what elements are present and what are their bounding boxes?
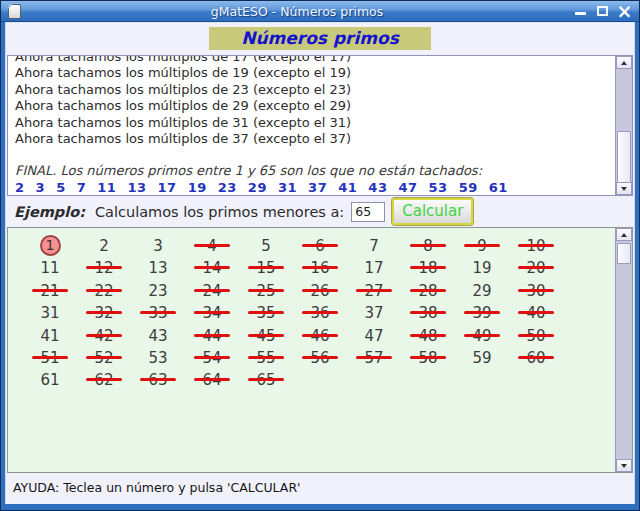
grid-number-12: 12	[77, 257, 131, 279]
grid-number-41: 41	[23, 325, 77, 347]
log-line: Ahora tachamos los múltiplos de 23 (exce…	[15, 82, 606, 98]
window-document-icon	[8, 4, 21, 19]
grid-row: 31323334353637383940	[23, 302, 632, 324]
grid-number-62: 62	[77, 369, 131, 391]
grid-number-43: 43	[131, 325, 185, 347]
arrow-down-icon	[621, 464, 627, 468]
grid-number-15: 15	[239, 257, 293, 279]
log-line: Ahora tachamos los múltiplos de 31 (exce…	[15, 115, 606, 131]
grid-number-64: 64	[185, 369, 239, 391]
grid-number-26: 26	[293, 280, 347, 302]
grid-number-57: 57	[347, 347, 401, 369]
limit-input[interactable]	[351, 202, 385, 222]
grid-number-47: 47	[347, 325, 401, 347]
number-grid-panel: 1234567891011121314151617181920212223242…	[7, 227, 633, 473]
scrollbar-thumb[interactable]	[617, 243, 631, 264]
grid-number-40: 40	[509, 302, 563, 324]
window-title: gMatESO - Números primos	[21, 4, 573, 19]
grid-number-16: 16	[293, 257, 347, 279]
grid-number-33: 33	[131, 302, 185, 324]
log-scrollbar[interactable]	[615, 56, 632, 195]
app-window: gMatESO - Números primos × Números primo…	[0, 0, 640, 511]
grid-number-30: 30	[509, 280, 563, 302]
grid-number-37: 37	[347, 302, 401, 324]
grid-scrollbar[interactable]	[615, 228, 632, 472]
grid-row: 21222324252627282930	[23, 280, 632, 302]
grid-number-6: 6	[293, 235, 347, 257]
grid-number-22: 22	[77, 280, 131, 302]
scroll-up-button[interactable]	[616, 228, 632, 241]
log-textarea[interactable]: Ahora tachamos los múltiplos de 17 (exce…	[7, 55, 633, 196]
grid-number-32: 32	[77, 302, 131, 324]
grid-number-23: 23	[131, 280, 185, 302]
page-title: Números primos	[209, 27, 431, 50]
grid-number-60: 60	[509, 347, 563, 369]
grid-number-1: 1	[23, 235, 77, 257]
maximize-button[interactable]	[595, 4, 610, 19]
grid-number-2: 2	[77, 235, 131, 257]
grid-number-59: 59	[455, 347, 509, 369]
grid-number-17: 17	[347, 257, 401, 279]
grid-number-14: 14	[185, 257, 239, 279]
grid-number-25: 25	[239, 280, 293, 302]
grid-number-13: 13	[131, 257, 185, 279]
log-line: Ahora tachamos los múltiplos de 19 (exce…	[15, 65, 606, 81]
grid-number-65: 65	[239, 369, 293, 391]
grid-number-46: 46	[293, 325, 347, 347]
grid-number-53: 53	[131, 347, 185, 369]
grid-number-21: 21	[23, 280, 77, 302]
close-button[interactable]: ×	[617, 4, 632, 19]
grid-number-19: 19	[455, 257, 509, 279]
grid-number-8: 8	[401, 235, 455, 257]
log-text: Ahora tachamos los múltiplos de 17 (exce…	[8, 55, 632, 196]
grid-row: 41424344454647484950	[23, 325, 632, 347]
log-line: Ahora tachamos los múltiplos de 37 (exce…	[15, 131, 606, 147]
grid-number-55: 55	[239, 347, 293, 369]
arrow-down-icon	[621, 187, 627, 191]
number-grid-cells: 1234567891011121314151617181920212223242…	[8, 228, 632, 392]
example-row: Ejemplo: Calculamos los primos menores a…	[5, 196, 635, 227]
scroll-down-button[interactable]	[616, 459, 632, 472]
minimize-icon	[575, 12, 586, 15]
log-primes-result: 2 3 5 7 11 13 17 19 23 29 31 37 41 43 47…	[15, 180, 606, 196]
grid-number-58: 58	[401, 347, 455, 369]
example-label: Ejemplo:	[14, 204, 85, 220]
grid-number-31: 31	[23, 302, 77, 324]
grid-number-18: 18	[401, 257, 455, 279]
calcular-button[interactable]: Calcular	[392, 198, 473, 225]
grid-row: 12345678910	[23, 235, 632, 257]
grid-number-29: 29	[455, 280, 509, 302]
close-icon: ×	[617, 4, 633, 18]
grid-number-54: 54	[185, 347, 239, 369]
grid-number-3: 3	[131, 235, 185, 257]
grid-number-56: 56	[293, 347, 347, 369]
grid-number-63: 63	[131, 369, 185, 391]
titlebar[interactable]: gMatESO - Números primos ×	[1, 1, 639, 22]
grid-number-34: 34	[185, 302, 239, 324]
grid-number-28: 28	[401, 280, 455, 302]
grid-number-42: 42	[77, 325, 131, 347]
scroll-down-button[interactable]	[616, 182, 632, 195]
grid-number-49: 49	[455, 325, 509, 347]
grid-number-27: 27	[347, 280, 401, 302]
maximize-icon	[597, 6, 608, 16]
grid-number-39: 39	[455, 302, 509, 324]
grid-number-9: 9	[455, 235, 509, 257]
window-frame: Números primos Ahora tachamos los múltip…	[1, 22, 639, 510]
grid-number-44: 44	[185, 325, 239, 347]
scrollbar-thumb[interactable]	[617, 131, 631, 186]
log-line: Ahora tachamos los múltiplos de 29 (exce…	[15, 98, 606, 114]
grid-number-36: 36	[293, 302, 347, 324]
arrow-up-icon	[621, 61, 627, 65]
grid-number-50: 50	[509, 325, 563, 347]
scroll-up-button[interactable]	[616, 56, 632, 69]
arrow-up-icon	[621, 233, 627, 237]
grid-number-38: 38	[401, 302, 455, 324]
grid-number-5: 5	[239, 235, 293, 257]
status-bar: AYUDA: Teclea un número y pulsa 'CALCULA…	[5, 473, 635, 504]
minimize-button[interactable]	[573, 4, 588, 19]
example-prompt: Calculamos los primos menores a:	[95, 204, 344, 220]
grid-row: 6162636465	[23, 369, 632, 391]
log-final-line: FINAL. Los números primos entre 1 y 65 s…	[15, 163, 606, 179]
grid-number-7: 7	[347, 235, 401, 257]
